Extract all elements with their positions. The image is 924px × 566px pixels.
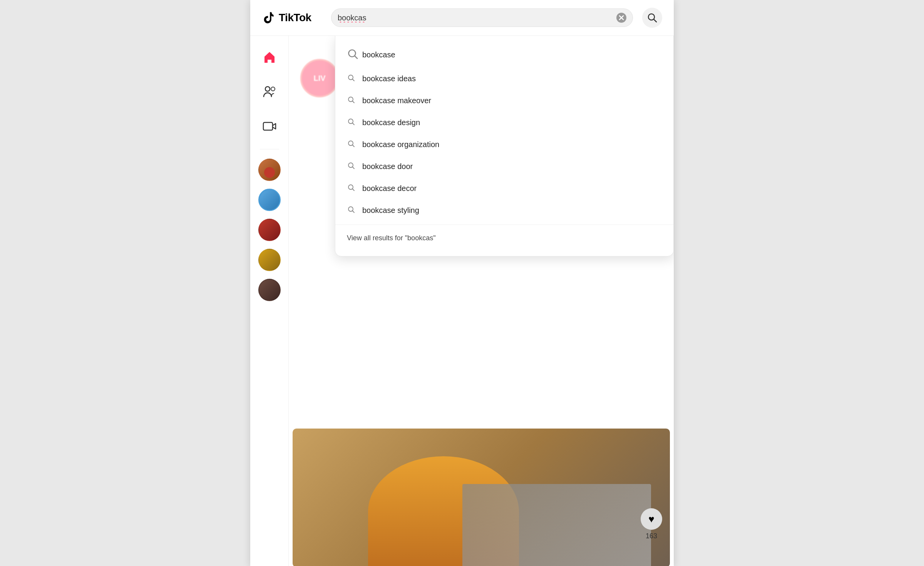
- like-button-area: ♥ 163: [641, 508, 662, 540]
- video-thumbnail-area: ♥ 163: [289, 425, 674, 566]
- suggestion-text-2: bookcase ideas: [362, 74, 416, 83]
- sidebar: [250, 36, 289, 566]
- search-suggestion-icon-3: [347, 96, 355, 105]
- search-suggestion-icon-8: [347, 206, 355, 215]
- sidebar-divider: [260, 149, 279, 149]
- search-suggestion-icon-5: [347, 140, 355, 149]
- video-icon: [262, 119, 277, 134]
- suggestion-text-3: bookcase makeover: [362, 96, 431, 105]
- app-logo-text: TikTok: [279, 12, 311, 24]
- header: TikTok: [250, 0, 674, 36]
- suggestion-text-8: bookcase styling: [362, 206, 419, 215]
- app-container: TikTok: [250, 0, 674, 566]
- search-suggestion-icon-7: [347, 184, 355, 193]
- tiktok-logo-icon: [262, 11, 276, 25]
- search-bar-wrapper: [331, 8, 633, 27]
- video-card: [293, 429, 670, 566]
- suggestion-text-4: bookcase design: [362, 118, 420, 127]
- sidebar-avatar-1[interactable]: [258, 159, 281, 181]
- sidebar-item-home[interactable]: [256, 44, 283, 70]
- suggestion-text-1: bookcase: [362, 50, 395, 59]
- svg-rect-3: [263, 122, 273, 130]
- search-suggestion-icon-4: [347, 118, 355, 127]
- search-icon: [646, 12, 658, 23]
- sidebar-avatar-5[interactable]: [258, 279, 281, 301]
- search-suggestion-icon-1: [347, 48, 355, 62]
- search-bar: [331, 8, 633, 27]
- content-area: LIV ir a b hel cpa: [289, 36, 674, 566]
- svg-point-2: [271, 87, 275, 91]
- search-clear-button[interactable]: [616, 13, 626, 23]
- search-input[interactable]: [338, 13, 613, 22]
- dropdown-divider: [335, 224, 673, 225]
- sidebar-avatar-3[interactable]: [258, 219, 281, 241]
- suggestion-item-4[interactable]: bookcase design: [335, 112, 673, 134]
- home-icon: [262, 50, 277, 64]
- search-suggestion-icon-2: [347, 74, 355, 84]
- suggestion-text-7: bookcase decor: [362, 184, 417, 193]
- main-layout: LIV ir a b hel cpa: [250, 36, 674, 566]
- view-all-results[interactable]: View all results for "bookcas": [335, 228, 673, 248]
- suggestion-text-5: bookcase organization: [362, 140, 439, 149]
- like-button[interactable]: ♥: [641, 508, 662, 530]
- logo-area: TikTok: [262, 11, 323, 25]
- suggestion-item-8[interactable]: bookcase styling: [335, 199, 673, 221]
- close-icon: [619, 15, 624, 20]
- suggestion-item-6[interactable]: bookcase door: [335, 156, 673, 178]
- search-suggestion-icon-6: [347, 162, 355, 171]
- suggestion-text-6: bookcase door: [362, 162, 413, 171]
- following-icon: [262, 84, 277, 99]
- sidebar-avatar-4[interactable]: [258, 249, 281, 271]
- suggestion-item-3[interactable]: bookcase makeover: [335, 90, 673, 112]
- suggestion-item-1[interactable]: bookcase: [335, 42, 673, 68]
- like-count: 163: [646, 532, 657, 540]
- sidebar-item-video[interactable]: [256, 113, 283, 140]
- live-badge: LIV: [300, 59, 339, 97]
- sidebar-item-following[interactable]: [256, 78, 283, 105]
- suggestion-item-5[interactable]: bookcase organization: [335, 134, 673, 156]
- search-submit-button[interactable]: [642, 8, 662, 28]
- suggestion-item-2[interactable]: bookcase ideas: [335, 68, 673, 90]
- suggestion-item-7[interactable]: bookcase decor: [335, 178, 673, 199]
- sidebar-avatar-2[interactable]: [258, 189, 281, 211]
- search-dropdown: bookcase bookcase ideas: [335, 36, 674, 256]
- svg-point-1: [265, 87, 270, 91]
